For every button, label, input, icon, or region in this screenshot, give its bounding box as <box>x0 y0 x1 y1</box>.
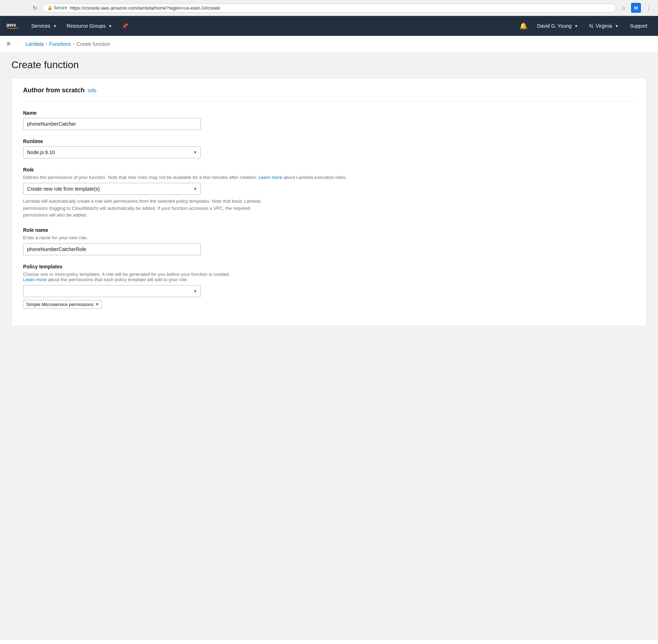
region-menu[interactable]: N. Virginia ▼ <box>584 16 624 36</box>
policy-templates-select[interactable]: Simple Microservice permissions SNS mess… <box>23 285 201 297</box>
user-chevron: ▼ <box>575 24 578 28</box>
policy-learn-more-link[interactable]: Learn more <box>23 277 47 282</box>
resource-groups-chevron: ▼ <box>108 24 112 28</box>
role-description: Lambda will automatically create a role … <box>23 198 272 219</box>
policy-tag-label: Simple Microservice permissions <box>26 302 93 307</box>
aws-logo-svg: aws <box>6 19 19 33</box>
policy-templates-label: Policy templates <box>23 264 635 269</box>
role-name-input[interactable] <box>23 243 201 255</box>
role-name-hint: Enter a name for your new role. <box>23 235 635 240</box>
name-field-group: Name <box>23 110 635 130</box>
support-menu[interactable]: Support <box>625 16 652 36</box>
breadcrumb-functions[interactable]: Functions <box>49 41 71 47</box>
aws-header: aws Services ▼ Resource Groups ▼ 📌 🔔 Dav… <box>0 16 658 36</box>
services-chevron: ▼ <box>53 24 57 28</box>
name-input[interactable] <box>23 118 201 130</box>
page-title: Create function <box>11 59 647 71</box>
action-bar: Cancel Create function <box>0 639 658 644</box>
bookmark-button[interactable]: ☆ <box>619 4 628 12</box>
browser-chrome: ← → ↻ 🔒 Secure https://console.aws.amazo… <box>0 0 658 16</box>
section-title: Author from scratch Info <box>23 87 635 94</box>
runtime-field-group: Runtime Node.js 6.10 Node.js 4.3 Python … <box>23 138 635 158</box>
profile-avatar: M <box>631 3 641 13</box>
address-bar: 🔒 Secure https://console.aws.amazon.com/… <box>43 4 616 12</box>
breadcrumb: Lambda › Functions › Create function <box>17 38 658 50</box>
runtime-select-wrapper: Node.js 6.10 Node.js 4.3 Python 3.6 Pyth… <box>23 146 201 158</box>
form-divider <box>23 101 635 102</box>
breadcrumb-sep-1: › <box>46 42 47 47</box>
role-hint: Defines the permissions of your function… <box>23 175 635 180</box>
runtime-label: Runtime <box>23 138 635 144</box>
breadcrumb-current: Create function <box>76 41 110 47</box>
role-field-group: Role Defines the permissions of your fun… <box>23 167 635 219</box>
role-select-wrapper: Create new role from template(s) Choose … <box>23 183 201 195</box>
forward-button[interactable]: → <box>17 3 27 13</box>
role-select[interactable]: Create new role from template(s) Choose … <box>23 183 201 195</box>
info-link[interactable]: Info <box>88 88 96 93</box>
runtime-select[interactable]: Node.js 6.10 Node.js 4.3 Python 3.6 Pyth… <box>23 146 201 158</box>
pin-button[interactable]: 📌 <box>117 16 133 36</box>
services-nav[interactable]: Services ▼ <box>26 16 62 36</box>
resource-groups-nav[interactable]: Resource Groups ▼ <box>62 16 117 36</box>
user-menu[interactable]: David G. Young ▼ <box>532 16 583 36</box>
secure-indicator: 🔒 Secure <box>47 5 67 10</box>
role-name-field-group: Role name Enter a name for your new role… <box>23 227 635 255</box>
back-button[interactable]: ← <box>4 3 14 13</box>
aws-logo[interactable]: aws <box>6 19 19 33</box>
policy-tag-remove-button[interactable]: × <box>96 302 98 307</box>
role-label: Role <box>23 167 635 173</box>
svg-text:aws: aws <box>6 22 16 28</box>
main-content: Create function Author from scratch Info… <box>0 52 658 639</box>
url-text: https://console.aws.amazon.com/lambda/ho… <box>70 5 611 11</box>
header-right: 🔔 David G. Young ▼ N. Virginia ▼ Support <box>516 16 652 36</box>
policy-templates-select-wrapper: Simple Microservice permissions SNS mess… <box>23 285 201 297</box>
region-chevron: ▼ <box>615 24 619 28</box>
bell-button[interactable]: 🔔 <box>516 16 531 36</box>
breadcrumb-sep-2: › <box>73 42 74 47</box>
breadcrumb-lambda[interactable]: Lambda <box>26 41 44 47</box>
name-label: Name <box>23 110 635 116</box>
page-container: ≡ Lambda › Functions › Create function C… <box>0 36 658 644</box>
sidebar-toggle[interactable]: ≡ <box>0 36 17 52</box>
browser-menu-button[interactable]: ⋮ <box>644 4 654 12</box>
policy-tag-chip: Simple Microservice permissions × <box>23 300 102 309</box>
role-learn-more-link[interactable]: Learn more <box>259 175 282 180</box>
form-card: Author from scratch Info Name Runtime No… <box>11 78 647 326</box>
policy-templates-field-group: Policy templates Choose one or more poli… <box>23 264 635 309</box>
policy-templates-hint: Choose one or more policy templates. A r… <box>23 272 635 282</box>
refresh-button[interactable]: ↻ <box>30 3 40 13</box>
role-name-label: Role name <box>23 227 635 233</box>
